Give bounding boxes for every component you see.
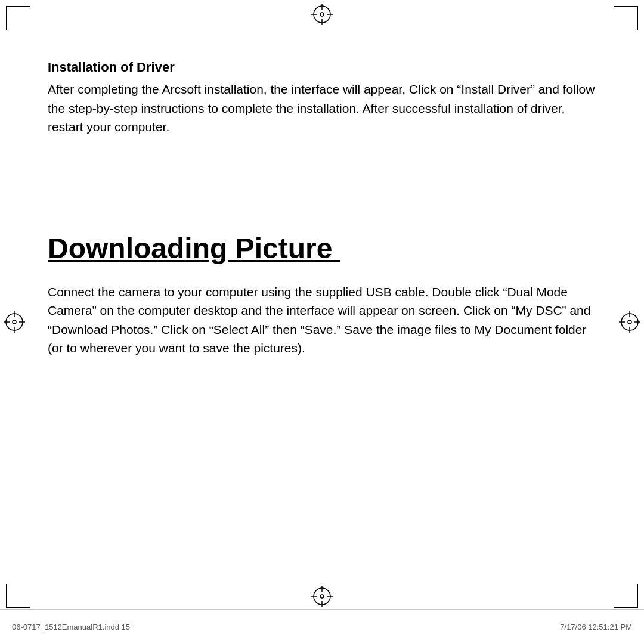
installation-section: Installation of Driver After completing … — [48, 60, 596, 137]
corner-mark-top-right — [614, 6, 638, 30]
downloading-section: Downloading Picture Connect the camera t… — [48, 232, 596, 358]
downloading-body: Connect the camera to your computer usin… — [48, 283, 596, 358]
content-area: Installation of Driver After completing … — [48, 36, 596, 596]
installation-body: After completing the Arcsoft installatio… — [48, 80, 596, 137]
svg-point-1 — [320, 13, 324, 16]
reg-circle-left-middle — [4, 311, 25, 333]
corner-mark-bottom-left — [6, 584, 30, 608]
reg-circle-top-center — [311, 4, 333, 25]
corner-mark-top-left — [6, 6, 30, 30]
svg-point-13 — [628, 320, 631, 324]
page-container: Installation of Driver After completing … — [0, 0, 644, 644]
svg-point-7 — [13, 320, 16, 324]
installation-title: Installation of Driver — [48, 60, 596, 75]
footer-right-text: 7/17/06 12:51:21 PM — [560, 623, 632, 631]
footer-left-text: 06-0717_1512EmanualR1.indd 15 — [12, 623, 130, 631]
footer-bar: 06-0717_1512EmanualR1.indd 15 7/17/06 12… — [0, 609, 644, 644]
reg-circle-right-middle — [619, 311, 640, 333]
downloading-title: Downloading Picture — [48, 232, 340, 265]
corner-mark-bottom-right — [614, 584, 638, 608]
